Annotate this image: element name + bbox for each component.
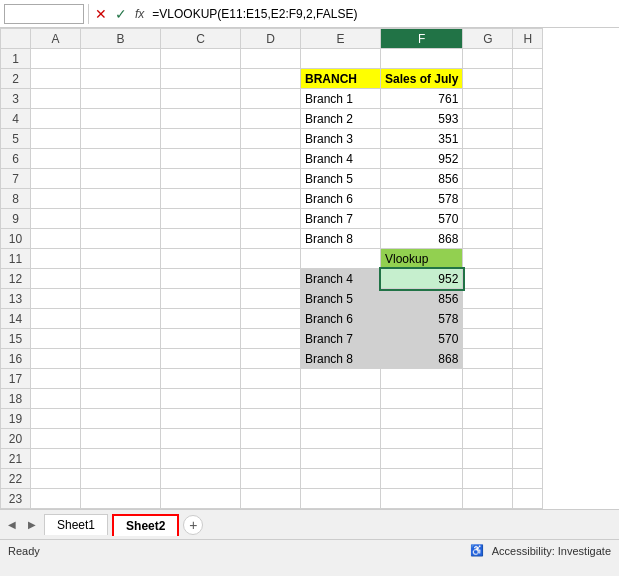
cell-d2[interactable] — [241, 69, 301, 89]
cell-b8[interactable] — [81, 189, 161, 209]
cell-e17[interactable] — [301, 369, 381, 389]
row-header-2[interactable]: 2 — [1, 69, 31, 89]
cell-a16[interactable] — [31, 349, 81, 369]
cell-e3[interactable]: Branch 1 — [301, 89, 381, 109]
cell-f18[interactable] — [381, 389, 463, 409]
cell-d15[interactable] — [241, 329, 301, 349]
cell-f19[interactable] — [381, 409, 463, 429]
cell-a9[interactable] — [31, 209, 81, 229]
cell-a3[interactable] — [31, 89, 81, 109]
row-header-14[interactable]: 14 — [1, 309, 31, 329]
cell-g16[interactable] — [463, 349, 513, 369]
cell-f21[interactable] — [381, 449, 463, 469]
cancel-icon[interactable]: ✕ — [93, 6, 109, 22]
cell-d13[interactable] — [241, 289, 301, 309]
cell-a17[interactable] — [31, 369, 81, 389]
cell-f14[interactable]: 578 — [381, 309, 463, 329]
cell-c3[interactable] — [161, 89, 241, 109]
cell-d18[interactable] — [241, 389, 301, 409]
cell-g15[interactable] — [463, 329, 513, 349]
cell-f8[interactable]: 578 — [381, 189, 463, 209]
cell-f16[interactable]: 868 — [381, 349, 463, 369]
cell-b10[interactable] — [81, 229, 161, 249]
cell-e2[interactable]: BRANCH — [301, 69, 381, 89]
cell-h2[interactable] — [513, 69, 543, 89]
row-header-4[interactable]: 4 — [1, 109, 31, 129]
cell-f4[interactable]: 593 — [381, 109, 463, 129]
cell-d10[interactable] — [241, 229, 301, 249]
cell-b14[interactable] — [81, 309, 161, 329]
cell-e11[interactable] — [301, 249, 381, 269]
cell-c4[interactable] — [161, 109, 241, 129]
col-header-e[interactable]: E — [301, 29, 381, 49]
cell-a18[interactable] — [31, 389, 81, 409]
cell-g9[interactable] — [463, 209, 513, 229]
cell-c10[interactable] — [161, 229, 241, 249]
cell-f9[interactable]: 570 — [381, 209, 463, 229]
cell-c11[interactable] — [161, 249, 241, 269]
cell-f20[interactable] — [381, 429, 463, 449]
cell-a4[interactable] — [31, 109, 81, 129]
cell-c14[interactable] — [161, 309, 241, 329]
cell-f5[interactable]: 351 — [381, 129, 463, 149]
row-header-11[interactable]: 11 — [1, 249, 31, 269]
cell-g13[interactable] — [463, 289, 513, 309]
col-header-c[interactable]: C — [161, 29, 241, 49]
cell-e15[interactable]: Branch 7 — [301, 329, 381, 349]
sheet-tab-2[interactable]: Sheet2 — [112, 514, 179, 536]
cell-a7[interactable] — [31, 169, 81, 189]
cell-b1[interactable] — [81, 49, 161, 69]
cell-g3[interactable] — [463, 89, 513, 109]
cell-g6[interactable] — [463, 149, 513, 169]
col-header-h[interactable]: H — [513, 29, 543, 49]
cell-a15[interactable] — [31, 329, 81, 349]
cell-b13[interactable] — [81, 289, 161, 309]
cell-f3[interactable]: 761 — [381, 89, 463, 109]
cell-h11[interactable] — [513, 249, 543, 269]
cell-e9[interactable]: Branch 7 — [301, 209, 381, 229]
col-header-d[interactable]: D — [241, 29, 301, 49]
cell-d7[interactable] — [241, 169, 301, 189]
cell-b23[interactable] — [81, 489, 161, 509]
cell-c12[interactable] — [161, 269, 241, 289]
cell-b17[interactable] — [81, 369, 161, 389]
row-header-3[interactable]: 3 — [1, 89, 31, 109]
row-header-6[interactable]: 6 — [1, 149, 31, 169]
cell-a13[interactable] — [31, 289, 81, 309]
cell-b22[interactable] — [81, 469, 161, 489]
cell-c6[interactable] — [161, 149, 241, 169]
cell-a10[interactable] — [31, 229, 81, 249]
cell-e7[interactable]: Branch 5 — [301, 169, 381, 189]
cell-b11[interactable] — [81, 249, 161, 269]
cell-d20[interactable] — [241, 429, 301, 449]
cell-b7[interactable] — [81, 169, 161, 189]
cell-h4[interactable] — [513, 109, 543, 129]
cell-g18[interactable] — [463, 389, 513, 409]
cell-f2[interactable]: Sales of July — [381, 69, 463, 89]
cell-h18[interactable] — [513, 389, 543, 409]
cell-f12[interactable]: 952 — [381, 269, 463, 289]
cell-d12[interactable] — [241, 269, 301, 289]
cell-e6[interactable]: Branch 4 — [301, 149, 381, 169]
cell-h7[interactable] — [513, 169, 543, 189]
cell-e19[interactable] — [301, 409, 381, 429]
cell-g17[interactable] — [463, 369, 513, 389]
cell-g1[interactable] — [463, 49, 513, 69]
cell-e1[interactable] — [301, 49, 381, 69]
cell-h10[interactable] — [513, 229, 543, 249]
row-header-9[interactable]: 9 — [1, 209, 31, 229]
cell-d17[interactable] — [241, 369, 301, 389]
cell-d3[interactable] — [241, 89, 301, 109]
cell-d1[interactable] — [241, 49, 301, 69]
cell-a11[interactable] — [31, 249, 81, 269]
cell-d19[interactable] — [241, 409, 301, 429]
cell-b20[interactable] — [81, 429, 161, 449]
cell-b16[interactable] — [81, 349, 161, 369]
col-header-b[interactable]: B — [81, 29, 161, 49]
cell-c18[interactable] — [161, 389, 241, 409]
cell-d21[interactable] — [241, 449, 301, 469]
cell-c22[interactable] — [161, 469, 241, 489]
cell-b12[interactable] — [81, 269, 161, 289]
cell-a20[interactable] — [31, 429, 81, 449]
cell-a12[interactable] — [31, 269, 81, 289]
